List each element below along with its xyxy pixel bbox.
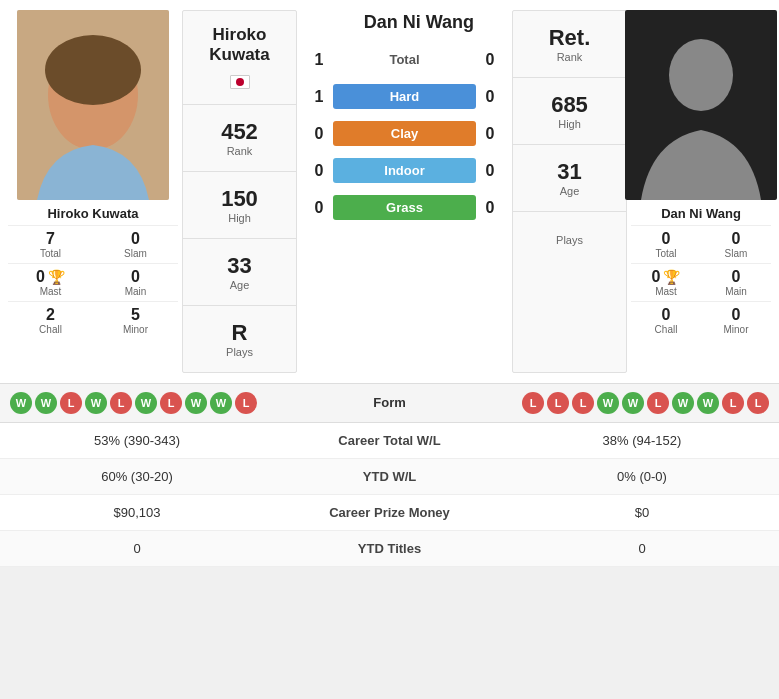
- left-plays-value: R: [187, 320, 292, 346]
- right-chall-label: Chall: [633, 324, 699, 335]
- left-main-stat: 0 Main: [93, 263, 178, 301]
- bottom-center-1: YTD W/L: [262, 469, 517, 484]
- right-mast-stat: 0 🏆 Mast: [631, 263, 701, 301]
- hard-row: 1 Hard 0: [305, 80, 504, 113]
- bottom-left-3: 0: [12, 541, 262, 556]
- left-flag: [187, 72, 292, 90]
- right-total-value: 0: [633, 230, 699, 248]
- bottom-row-3: 0 YTD Titles 0: [0, 531, 779, 567]
- right-age-stat: 31 Age: [513, 145, 626, 212]
- hard-badge: Hard: [333, 84, 476, 109]
- right-chall-stat: 0 Chall: [631, 301, 701, 339]
- bottom-right-2: $0: [517, 505, 767, 520]
- total-row: 1 Total 0: [305, 43, 504, 76]
- left-total-label: Total: [10, 248, 91, 259]
- left-chall-value: 2: [10, 306, 91, 324]
- right-plays-stat: Plays: [513, 212, 626, 268]
- right-total-stat: 0 Total: [631, 225, 701, 263]
- left-plays-label: Plays: [187, 346, 292, 358]
- left-main-value: 0: [95, 268, 176, 286]
- total-right-score: 0: [476, 51, 504, 69]
- left-rank-stat: 452 Rank: [183, 105, 296, 172]
- form-label: Form: [360, 395, 420, 410]
- right-rank-label: Rank: [557, 51, 583, 63]
- form-badge-w: W: [622, 392, 644, 414]
- bottom-row-0: 53% (390-343) Career Total W/L 38% (94-1…: [0, 423, 779, 459]
- form-badge-w: W: [10, 392, 32, 414]
- left-high-label: High: [187, 212, 292, 224]
- left-rank-label: Rank: [187, 145, 292, 157]
- clay-left-score: 0: [305, 125, 333, 143]
- form-badge-w: W: [597, 392, 619, 414]
- bottom-row-2: $90,103 Career Prize Money $0: [0, 495, 779, 531]
- form-badge-l: L: [235, 392, 257, 414]
- bottom-stats: 53% (390-343) Career Total W/L 38% (94-1…: [0, 422, 779, 567]
- bottom-right-0: 38% (94-152): [517, 433, 767, 448]
- left-name-mid: HirokoKuwata: [187, 25, 292, 66]
- grass-left-score: 0: [305, 199, 333, 217]
- form-badge-w: W: [35, 392, 57, 414]
- right-mast-value: 0 🏆: [633, 268, 699, 286]
- left-mast-value: 0 🏆: [10, 268, 91, 286]
- indoor-row: 0 Indoor 0: [305, 154, 504, 187]
- clay-badge: Clay: [333, 121, 476, 146]
- form-badge-w: W: [672, 392, 694, 414]
- left-total-stat: 7 Total: [8, 225, 93, 263]
- bottom-center-3: YTD Titles: [262, 541, 517, 556]
- bottom-left-1: 60% (30-20): [12, 469, 262, 484]
- left-slam-stat: 0 Slam: [93, 225, 178, 263]
- left-chall-label: Chall: [10, 324, 91, 335]
- form-badge-l: L: [60, 392, 82, 414]
- right-slam-value: 0: [703, 230, 769, 248]
- form-badge-w: W: [135, 392, 157, 414]
- left-rank-value: 452: [187, 119, 292, 145]
- right-chall-value: 0: [633, 306, 699, 324]
- clay-right-score: 0: [476, 125, 504, 143]
- player-right-name: Dan Ni Wang: [661, 206, 741, 221]
- right-main-stat: 0 Main: [701, 263, 771, 301]
- right-slam-stat: 0 Slam: [701, 225, 771, 263]
- left-high-value: 150: [187, 186, 292, 212]
- player-left-card: Hiroko Kuwata 7 Total 0 Slam 0 🏆 Mast: [8, 10, 178, 373]
- japan-flag-icon: [230, 75, 250, 89]
- center-match-panel: Dan Ni Wang 1 Total 0 1 Hard 0 0 Clay 0: [301, 10, 508, 373]
- form-section: WWLWLWLWWL Form LLLWWLWWLL: [0, 383, 779, 422]
- left-mid-panel: HirokoKuwata 452 Rank 150 High 33 Age R …: [182, 10, 297, 373]
- form-badge-l: L: [547, 392, 569, 414]
- player-left-stats: 7 Total 0 Slam 0 🏆 Mast 0 Main: [8, 225, 178, 339]
- left-minor-label: Minor: [95, 324, 176, 335]
- player-right-card: Dan Ni Wang 0 Total 0 Slam 0 🏆 Mast: [631, 10, 771, 373]
- total-badge: Total: [333, 47, 476, 72]
- player-right-stats: 0 Total 0 Slam 0 🏆 Mast 0 Main: [631, 225, 771, 339]
- form-badge-w: W: [697, 392, 719, 414]
- left-minor-stat: 5 Minor: [93, 301, 178, 339]
- right-plays-label: Plays: [556, 234, 583, 246]
- left-minor-value: 5: [95, 306, 176, 324]
- indoor-badge: Indoor: [333, 158, 476, 183]
- player-left-name: Hiroko Kuwata: [47, 206, 138, 221]
- right-mast-label: Mast: [633, 286, 699, 297]
- svg-point-4: [669, 39, 733, 111]
- right-main-value: 0: [703, 268, 769, 286]
- form-badge-l: L: [722, 392, 744, 414]
- grass-badge: Grass: [333, 195, 476, 220]
- left-mast-stat: 0 🏆 Mast: [8, 263, 93, 301]
- left-plays-stat: R Plays: [183, 306, 296, 372]
- form-badge-w: W: [210, 392, 232, 414]
- right-rank-value: Ret.: [549, 25, 591, 51]
- right-minor-label: Minor: [703, 324, 769, 335]
- form-badge-l: L: [572, 392, 594, 414]
- hard-left-score: 1: [305, 88, 333, 106]
- right-age-label: Age: [560, 185, 580, 197]
- form-badge-w: W: [85, 392, 107, 414]
- form-badge-w: W: [185, 392, 207, 414]
- right-total-label: Total: [633, 248, 699, 259]
- form-badge-l: L: [160, 392, 182, 414]
- form-badge-l: L: [747, 392, 769, 414]
- form-badge-l: L: [522, 392, 544, 414]
- right-slam-label: Slam: [703, 248, 769, 259]
- right-form-badges: LLLWWLWWLL: [522, 392, 769, 414]
- indoor-left-score: 0: [305, 162, 333, 180]
- player-right-photo: [625, 10, 777, 200]
- hard-right-score: 0: [476, 88, 504, 106]
